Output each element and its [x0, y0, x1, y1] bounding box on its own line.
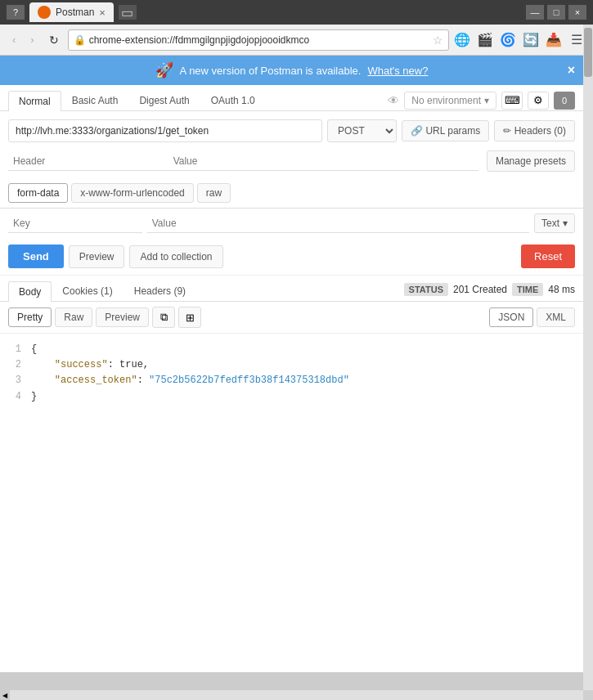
code-line-2: "success": true, — [31, 357, 575, 373]
env-selector: 👁 No environment ▾ ⌨ ⚙ 0 — [388, 92, 575, 110]
window-controls: — □ × — [526, 5, 586, 20]
postman-tab-icon — [38, 6, 51, 19]
value-input[interactable] — [168, 152, 478, 171]
main-content: 🚀 A new version of Postman is available.… — [0, 56, 583, 672]
active-tab[interactable]: Postman × — [29, 2, 114, 22]
globe-icon[interactable]: 🌐 — [452, 30, 472, 50]
keyboard-shortcut-button[interactable]: ⌨ — [501, 92, 523, 110]
tab-headers[interactable]: Headers (9) — [124, 280, 196, 301]
key-value-row: Text ▾ — [0, 209, 583, 238]
headers-button[interactable]: ✏ Headers (0) — [494, 120, 575, 141]
address-text: chrome-extension://fdmmgilgnpjigdojopjoo… — [89, 34, 429, 46]
url-section: POST GET PUT DELETE 🔗 URL params ✏ Heade… — [0, 111, 583, 150]
keyboard-icon: ⌨ — [505, 94, 520, 106]
preview-button[interactable]: Preview — [69, 245, 125, 268]
expand-icon: ⊞ — [186, 312, 195, 324]
header-input[interactable] — [8, 152, 168, 171]
status-value: 201 Created — [453, 284, 507, 295]
copy-icon: ⧉ — [160, 311, 168, 324]
maximize-button[interactable]: □ — [547, 5, 565, 20]
line-numbers: 1 2 3 4 — [8, 342, 21, 405]
nav-icon-5[interactable]: 📥 — [544, 30, 564, 50]
value-input2[interactable] — [147, 214, 529, 233]
code-key-success: "success" — [31, 359, 108, 370]
format-tab-preview[interactable]: Preview — [96, 307, 149, 327]
whats-new-link[interactable]: What's new? — [367, 65, 428, 77]
horizontal-scrollbar[interactable] — [0, 690, 583, 700]
time-label: TIME — [512, 283, 543, 296]
settings-button[interactable]: ⚙ — [528, 92, 549, 110]
tab-oauth[interactable]: OAuth 1.0 — [200, 90, 266, 110]
title-bar-left: ? Postman × ▭ — [7, 2, 137, 22]
type-dropdown-label: Text — [541, 218, 559, 229]
tab-digest-auth[interactable]: Digest Auth — [128, 90, 200, 110]
scroll-thumb[interactable] — [584, 28, 592, 77]
code-line-4: } — [31, 389, 575, 405]
close-banner-button[interactable]: × — [568, 63, 575, 78]
tab-body[interactable]: Body — [8, 281, 52, 302]
data-format-tabs: JSON XML — [489, 307, 575, 327]
film-icon[interactable]: 🎬 — [475, 30, 495, 50]
code-key-token: "access_token" — [31, 375, 137, 386]
url-input[interactable] — [8, 119, 322, 142]
copy-button[interactable]: ⧉ — [152, 307, 175, 328]
code-val-token: "75c2b5622b7fedff3b38f14375318dbd" — [149, 375, 349, 386]
scroll-left-arrow[interactable]: ◀ — [0, 690, 10, 700]
environment-dropdown[interactable]: No environment ▾ — [404, 92, 496, 110]
gear-icon: ⚙ — [533, 94, 543, 106]
manage-presets-button[interactable]: Manage presets — [487, 150, 575, 172]
format-tab-pretty[interactable]: Pretty — [8, 307, 52, 327]
url-params-button[interactable]: 🔗 URL params — [402, 120, 489, 141]
code-lines: 1 2 3 4 { "success": true, "access_token… — [8, 342, 575, 405]
tab-basic-auth[interactable]: Basic Auth — [61, 90, 129, 110]
close-window-button[interactable]: × — [568, 5, 586, 20]
env-label: No environment — [411, 95, 481, 106]
badge-count: 0 — [562, 96, 567, 105]
forward-button[interactable]: › — [25, 31, 39, 48]
format-json[interactable]: JSON — [489, 307, 533, 327]
type-chevron-icon: ▾ — [563, 218, 568, 229]
line-num-3: 3 — [8, 373, 21, 388]
auth-tabs: Normal Basic Auth Digest Auth OAuth 1.0 … — [0, 85, 583, 111]
tab-raw[interactable]: raw — [197, 183, 231, 203]
body-type-tabs: form-data x-www-form-urlencoded raw — [0, 178, 583, 209]
nav-icon-4[interactable]: 🔄 — [521, 30, 541, 50]
response-format-row: Pretty Raw Preview ⧉ ⊞ JSON XML — [0, 302, 583, 334]
code-colon-2: : — [137, 375, 149, 386]
type-dropdown[interactable]: Text ▾ — [534, 213, 575, 233]
code-line-1: { — [31, 342, 575, 357]
send-button[interactable]: Send — [8, 245, 64, 268]
nav-icon-group: 🌐 🎬 🌀 🔄 📥 ☰ — [452, 30, 586, 50]
code-view: 1 2 3 4 { "success": true, "access_token… — [0, 334, 583, 672]
postman-logo-icon: 🚀 — [155, 61, 173, 79]
status-label: STATUS — [404, 283, 448, 296]
bookmark-icon[interactable]: ☆ — [433, 34, 443, 47]
back-button[interactable]: ‹ — [7, 31, 21, 48]
new-tab-button[interactable]: ▭ — [119, 5, 137, 20]
notification-badge: 0 — [554, 92, 575, 110]
format-xml[interactable]: XML — [537, 307, 575, 327]
lock-icon: 🔒 — [74, 34, 86, 46]
code-line-3: "access_token": "75c2b5622b7fedff3b38f14… — [31, 373, 575, 388]
key-input[interactable] — [8, 214, 142, 233]
close-tab-icon[interactable]: × — [99, 7, 106, 19]
tab-normal[interactable]: Normal — [8, 91, 61, 111]
nav-bar: ‹ › ↻ 🔒 chrome-extension://fdmmgilgnpjig… — [0, 25, 593, 56]
nav-icon-3[interactable]: 🌀 — [498, 30, 518, 50]
add-collection-button[interactable]: Add to collection — [129, 245, 222, 268]
refresh-button[interactable]: ↻ — [43, 31, 65, 49]
status-info: STATUS 201 Created TIME 48 ms — [404, 283, 575, 299]
reset-button[interactable]: Reset — [521, 245, 575, 268]
line-num-1: 1 — [8, 342, 21, 357]
tab-urlencoded[interactable]: x-www-form-urlencoded — [71, 183, 193, 203]
vertical-scrollbar[interactable] — [583, 25, 593, 700]
expand-button[interactable]: ⊞ — [178, 307, 201, 328]
method-select[interactable]: POST GET PUT DELETE — [327, 119, 397, 142]
tab-cookies[interactable]: Cookies (1) — [52, 280, 123, 301]
banner-text: A new version of Postman is available. — [180, 65, 362, 77]
minimize-button[interactable]: — — [526, 5, 544, 20]
tab-form-data[interactable]: form-data — [8, 183, 68, 203]
format-tab-raw[interactable]: Raw — [55, 307, 92, 327]
tab-title: Postman — [56, 7, 94, 18]
help-button[interactable]: ? — [7, 5, 25, 20]
